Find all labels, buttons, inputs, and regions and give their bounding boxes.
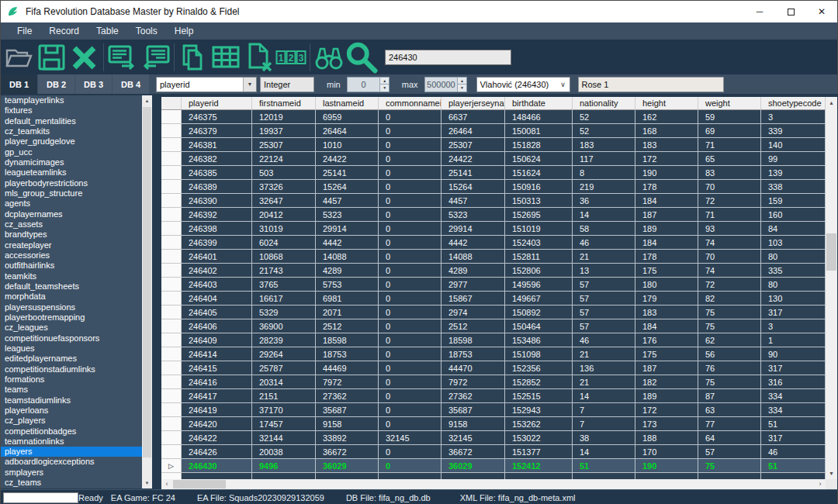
scroll-down-icon[interactable]: ▼	[142, 478, 152, 488]
cell-weight[interactable]: 74	[698, 236, 761, 250]
cell-height[interactable]: 162	[635, 110, 698, 124]
cell-weight[interactable]: 93	[698, 222, 761, 236]
cell-lastnameid[interactable]: 7972	[316, 375, 379, 389]
sidebar-item-cz_leagues[interactable]: cz_leagues	[1, 323, 152, 333]
menu-item-table[interactable]: Table	[88, 26, 127, 36]
cell-nationality[interactable]: 57	[573, 278, 635, 292]
cell-firstnameid[interactable]: 9496	[252, 459, 316, 473]
cell-weight[interactable]: 62	[698, 333, 761, 347]
cell-playerid[interactable]: 246392	[182, 208, 252, 222]
open-folder-icon[interactable]	[3, 41, 36, 74]
cell-height[interactable]: 173	[635, 417, 698, 431]
cell-nationality[interactable]: 52	[573, 110, 635, 124]
cell-shoetypecode[interactable]: 159	[761, 194, 826, 208]
cell-playerjerseynam[interactable]: 2974	[442, 306, 505, 319]
row-header[interactable]	[161, 292, 182, 306]
dropdown-arrow-icon[interactable]: ▼	[243, 78, 256, 91]
cell-weight[interactable]: 69	[698, 124, 761, 138]
sidebar-item-playerbodyrestrictions[interactable]: playerbodyrestrictions	[1, 178, 152, 188]
cell-birthdate[interactable]: 149596	[505, 278, 573, 292]
cell-height[interactable]: 175	[635, 347, 698, 361]
cell-nationality[interactable]: 14	[573, 208, 635, 222]
cell-playerid[interactable]: 246379	[182, 124, 252, 138]
cell-nationality[interactable]: 21	[573, 347, 635, 361]
row-header[interactable]	[161, 236, 182, 250]
cell-shoetypecode[interactable]: 46	[761, 445, 826, 459]
cell-height[interactable]: 189	[635, 389, 698, 403]
chevron-down-icon[interactable]: ∨	[557, 81, 570, 88]
cell-weight[interactable]: 70	[698, 180, 761, 194]
cell-playerjerseynam[interactable]: 4289	[442, 264, 505, 278]
cell-firstnameid[interactable]: 22124	[252, 152, 316, 166]
cell-playerid[interactable]: 246416	[182, 375, 252, 389]
cell-height[interactable]: 190	[635, 166, 698, 180]
cell-commonnameid[interactable]: 0	[379, 361, 442, 375]
copy-icon[interactable]	[177, 41, 210, 74]
cell-nationality[interactable]: 46	[573, 333, 635, 347]
player-name-box[interactable]: Rose 1	[578, 77, 724, 92]
cell-commonnameid[interactable]: 0	[379, 208, 442, 222]
cell-commonnameid[interactable]: 0	[379, 347, 442, 361]
cell-lastnameid[interactable]: 27362	[316, 389, 379, 403]
cell-playerjerseynam[interactable]: 9158	[442, 417, 505, 431]
cell-firstnameid[interactable]: 25787	[252, 361, 316, 375]
cell-nationality[interactable]: 219	[573, 180, 635, 194]
cell-weight[interactable]: 65	[698, 152, 761, 166]
cell-playerid[interactable]: 246419	[182, 403, 252, 417]
row-header[interactable]: ▷	[161, 459, 182, 473]
column-header-shoetypecode[interactable]: shoetypecode	[761, 97, 826, 110]
cell-playerjerseynam[interactable]: 25307	[442, 138, 505, 152]
cell-weight[interactable]: 57	[698, 445, 761, 459]
cell-commonnameid[interactable]: 0	[379, 445, 442, 459]
cell-firstnameid[interactable]: 32647	[252, 194, 316, 208]
row-header[interactable]	[161, 445, 182, 459]
cell-height[interactable]: 183	[635, 138, 698, 152]
cell-lastnameid[interactable]: 18598	[316, 333, 379, 347]
cell-playerid[interactable]: 246402	[182, 264, 252, 278]
cell-weight[interactable]: 74	[698, 264, 761, 278]
cell-height[interactable]: 184	[635, 194, 698, 208]
sidebar-item-teamplayerlinks[interactable]: teamplayerlinks	[1, 95, 152, 105]
sidebar-item-competitionuefasponsors[interactable]: competitionuefasponsors	[1, 333, 152, 343]
scrollbar-thumb[interactable]	[143, 107, 151, 457]
sidebar-item-cz_teamkits[interactable]: cz_teamkits	[1, 126, 152, 136]
sidebar-item-players[interactable]: players	[1, 447, 152, 457]
cell-commonnameid[interactable]: 0	[379, 319, 442, 333]
cell-playerid[interactable]: 246417	[182, 389, 252, 403]
cell-playerid[interactable]: 246414	[182, 347, 252, 361]
cell-nationality[interactable]: 51	[573, 459, 635, 473]
cell-playerid[interactable]: 246426	[182, 445, 252, 459]
cell-playerjerseynam[interactable]: 4442	[442, 236, 505, 250]
cell-commonnameid[interactable]: 0	[379, 166, 442, 180]
menu-item-help[interactable]: Help	[166, 26, 203, 36]
cell-nationality[interactable]: 58	[573, 222, 635, 236]
cell-playerjerseynam[interactable]: 27362	[442, 389, 505, 403]
cell-height[interactable]: 176	[635, 333, 698, 347]
cell-nationality[interactable]: 57	[573, 292, 635, 306]
cell-nationality[interactable]: 52	[573, 124, 635, 138]
cell-firstnameid[interactable]: 17457	[252, 417, 316, 431]
cell-shoetypecode[interactable]: 160	[761, 208, 826, 222]
row-header[interactable]	[161, 180, 182, 194]
row-header[interactable]	[161, 124, 182, 138]
cell-playerid[interactable]: 246382	[182, 152, 252, 166]
sidebar-item-dynamicimages[interactable]: dynamicimages	[1, 157, 152, 167]
table-grid-icon[interactable]	[210, 41, 242, 74]
cell-playerjerseynam[interactable]: 7972	[442, 375, 505, 389]
maximize-button[interactable]	[775, 1, 806, 22]
cell-shoetypecode[interactable]: 84	[761, 222, 826, 236]
cell-birthdate[interactable]: 150624	[505, 152, 573, 166]
cell-weight[interactable]: 82	[698, 292, 761, 306]
import-record-icon[interactable]	[139, 41, 171, 74]
cell-birthdate[interactable]: 150081	[505, 124, 573, 138]
cell-commonnameid[interactable]: 0	[379, 459, 442, 473]
sidebar-item-editedplayernames[interactable]: editedplayernames	[1, 354, 152, 364]
cell-nationality[interactable]: 8	[573, 166, 635, 180]
cell-shoetypecode[interactable]: 3	[761, 110, 826, 124]
cell-shoetypecode[interactable]: 317	[761, 306, 826, 319]
scrollbar-thumb[interactable]	[826, 233, 836, 271]
cell-commonnameid[interactable]: 0	[379, 124, 442, 138]
cell-lastnameid[interactable]: 15264	[316, 180, 379, 194]
cell-commonnameid[interactable]: 0	[379, 375, 442, 389]
cell-commonnameid[interactable]: 0	[379, 417, 442, 431]
